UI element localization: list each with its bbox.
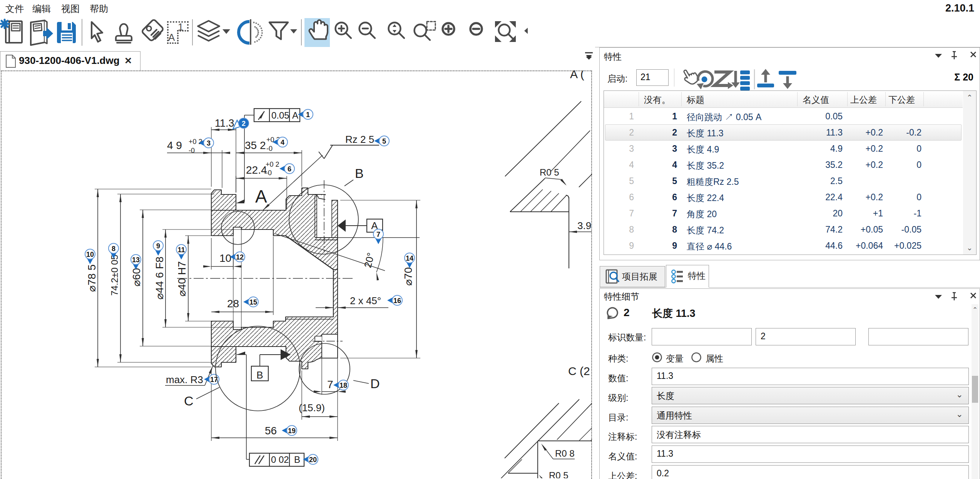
svg-text:12: 12 (236, 253, 244, 261)
svg-text:7: 7 (327, 379, 333, 390)
svg-text:3.9: 3.9 (577, 220, 591, 231)
svg-text:R0 8: R0 8 (555, 448, 575, 459)
svg-text:9: 9 (156, 242, 160, 250)
svg-text:14: 14 (406, 255, 413, 262)
svg-text:(15.9): (15.9) (299, 402, 325, 414)
svg-text:11: 11 (177, 246, 185, 254)
svg-text:7: 7 (376, 231, 380, 238)
svg-text:15: 15 (249, 298, 257, 306)
svg-text:R0 5: R0 5 (549, 470, 569, 478)
svg-text:5: 5 (382, 137, 386, 145)
svg-text:⌀60: ⌀60 (130, 268, 142, 286)
svg-text:A: A (292, 110, 298, 121)
svg-text:R0 5: R0 5 (540, 167, 559, 178)
svg-text:2 x 45°: 2 x 45° (350, 295, 381, 306)
svg-text:⌀70: ⌀70 (402, 267, 414, 286)
svg-text:2: 2 (242, 120, 246, 127)
svg-text:Rz 2 5: Rz 2 5 (345, 134, 374, 145)
svg-text:⌀44 6 F8: ⌀44 6 F8 (154, 256, 166, 300)
svg-text:D: D (370, 376, 380, 391)
svg-text:A (: A ( (570, 70, 584, 80)
svg-text:4 9: 4 9 (167, 139, 182, 151)
svg-text:B: B (294, 454, 300, 465)
svg-text:-0: -0 (266, 169, 272, 177)
svg-text:C (2: C (2 (568, 365, 590, 377)
svg-text:56: 56 (265, 425, 277, 437)
svg-text:3: 3 (207, 139, 211, 147)
svg-text:8: 8 (112, 245, 115, 253)
svg-text:74.2±0 05: 74.2±0 05 (109, 255, 120, 296)
svg-text:20°: 20° (362, 251, 377, 269)
svg-text:10: 10 (219, 252, 231, 264)
svg-text:1: 1 (178, 21, 183, 33)
svg-text:+0 2: +0 2 (189, 138, 202, 146)
svg-text:22.4: 22.4 (246, 164, 267, 176)
svg-text:13: 13 (132, 256, 140, 264)
svg-text:0.05: 0.05 (271, 110, 289, 121)
svg-text:10: 10 (86, 251, 94, 258)
svg-text:19: 19 (288, 427, 296, 435)
svg-text:A: A (255, 186, 267, 206)
svg-text:C: C (184, 394, 194, 408)
svg-text:18: 18 (339, 382, 347, 389)
svg-text:-0: -0 (266, 145, 273, 152)
svg-text:max. R3: max. R3 (166, 374, 203, 385)
svg-text:0 02: 0 02 (271, 454, 289, 465)
svg-text:1: 1 (306, 111, 310, 119)
svg-text:16: 16 (393, 297, 401, 305)
svg-text:⌀40 H7: ⌀40 H7 (176, 261, 188, 296)
svg-text:+0 2: +0 2 (266, 161, 279, 168)
svg-text:-0: -0 (189, 147, 195, 154)
svg-text:28: 28 (227, 298, 239, 310)
svg-text:6: 6 (288, 165, 291, 173)
svg-text:4: 4 (281, 139, 284, 146)
svg-text:35 2: 35 2 (245, 139, 266, 151)
svg-text:A: A (168, 32, 175, 43)
svg-text:⌀78 5: ⌀78 5 (86, 265, 98, 292)
svg-text:B: B (355, 166, 364, 181)
svg-text:B: B (256, 369, 263, 381)
svg-text:11.3: 11.3 (215, 117, 234, 129)
svg-text:20: 20 (309, 456, 317, 464)
